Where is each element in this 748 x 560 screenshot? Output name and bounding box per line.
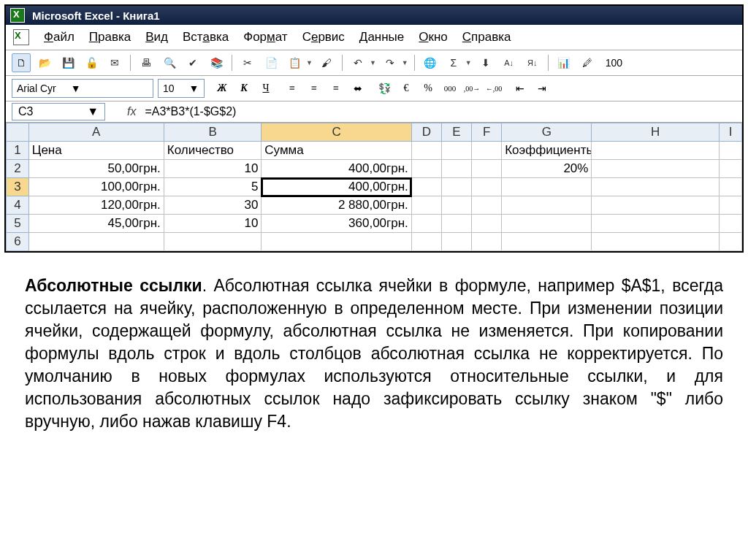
cell-D4[interactable] (411, 196, 441, 215)
undo-icon[interactable]: ↶ (348, 53, 367, 72)
cell-B4[interactable]: 30 (164, 196, 262, 215)
fx-icon[interactable]: fx (127, 105, 136, 118)
cell-B1[interactable]: Количество (164, 142, 262, 160)
sort-desc-icon[interactable]: Я↓ (523, 53, 542, 72)
cell-E2[interactable] (441, 160, 471, 178)
menu-data[interactable]: Данные (359, 30, 404, 45)
cell-C3-active[interactable]: 400,00грн. (262, 178, 412, 196)
menu-tools[interactable]: Сервис (302, 30, 345, 45)
open-icon[interactable]: 📂 (35, 53, 54, 72)
cell-C2[interactable]: 400,00грн. (262, 160, 412, 178)
cell-E4[interactable] (441, 196, 471, 215)
permission-icon[interactable]: 🔓 (82, 53, 101, 72)
euro-icon[interactable]: € (397, 80, 415, 96)
cell-I4[interactable] (720, 196, 742, 215)
row-header-6[interactable]: 6 (7, 233, 29, 251)
cell-E3[interactable] (441, 178, 471, 196)
col-header-F[interactable]: F (472, 123, 502, 142)
align-left-icon[interactable]: ≡ (283, 80, 301, 96)
cell-G4[interactable] (502, 196, 592, 215)
spreadsheet-grid[interactable]: A B C D E F G H I 1 Цена Количество Сумм… (6, 123, 742, 251)
cell-G3[interactable] (502, 178, 592, 196)
col-header-E[interactable]: E (441, 123, 471, 142)
cell-F3[interactable] (472, 178, 502, 196)
col-header-A[interactable]: A (28, 123, 164, 142)
cell-A4[interactable]: 120,00грн. (28, 196, 164, 215)
cell-I6[interactable] (720, 233, 742, 251)
namebox-dropdown-icon[interactable]: ▼ (87, 105, 99, 118)
paste-icon[interactable]: 📋 (285, 53, 304, 72)
cell-F1[interactable] (472, 142, 502, 160)
bold-button[interactable]: Ж (213, 80, 231, 96)
font-dropdown-icon[interactable]: ▼ (71, 83, 81, 94)
cell-I1[interactable] (720, 142, 742, 160)
hyperlink-icon[interactable]: 🌐 (421, 53, 440, 72)
cell-G2[interactable]: 20% (502, 160, 592, 178)
spellcheck-icon[interactable]: ✔ (183, 53, 202, 72)
font-name-combo[interactable]: Arial Cyr ▼ (12, 79, 153, 98)
col-header-D[interactable]: D (411, 123, 441, 142)
cell-C5[interactable]: 360,00грн. (262, 215, 412, 233)
cell-B6[interactable] (164, 233, 262, 251)
drawing-icon[interactable]: 🖉 (578, 53, 597, 72)
print-icon[interactable]: 🖶 (137, 53, 156, 72)
cell-G6[interactable] (502, 233, 592, 251)
cell-H3[interactable] (592, 178, 720, 196)
increase-decimal-icon[interactable]: ,00→ (463, 80, 481, 96)
col-header-G[interactable]: G (502, 123, 592, 142)
cell-F4[interactable] (472, 196, 502, 215)
cell-A1[interactable]: Цена (28, 142, 164, 160)
save-icon[interactable]: 💾 (58, 53, 77, 72)
thousands-icon[interactable]: 000 (441, 80, 459, 96)
autosum-dropdown-icon[interactable]: ▼ (465, 59, 472, 66)
menu-insert[interactable]: Вставка (183, 30, 229, 45)
cell-H1[interactable] (592, 142, 720, 160)
cell-F2[interactable] (472, 160, 502, 178)
chart-icon[interactable]: 📊 (554, 53, 573, 72)
align-center-icon[interactable]: ≡ (305, 80, 323, 96)
formula-input[interactable]: =A3*B3*(1-$G$2) (142, 104, 736, 120)
cell-D3[interactable] (411, 178, 441, 196)
cell-D6[interactable] (411, 233, 441, 251)
cell-I3[interactable] (720, 178, 742, 196)
cell-E6[interactable] (441, 233, 471, 251)
cell-H2[interactable] (592, 160, 720, 178)
cell-B5[interactable]: 10 (164, 215, 262, 233)
cut-icon[interactable]: ✂ (238, 53, 257, 72)
undo-dropdown-icon[interactable]: ▼ (370, 59, 376, 66)
autosum-icon[interactable]: Σ (444, 53, 463, 72)
col-header-C[interactable]: C (262, 123, 412, 142)
increase-indent-icon[interactable]: ⇥ (533, 80, 551, 96)
percent-icon[interactable]: % (419, 80, 437, 96)
italic-button[interactable]: К (235, 80, 253, 96)
research-icon[interactable]: 📚 (207, 53, 226, 72)
cell-B3[interactable]: 5 (164, 178, 262, 196)
row-header-1[interactable]: 1 (7, 142, 29, 160)
menu-file[interactable]: Файл (44, 30, 75, 45)
cell-E1[interactable] (441, 142, 471, 160)
cell-D2[interactable] (411, 160, 441, 178)
zoom-value[interactable]: 100 (606, 57, 622, 69)
underline-button[interactable]: Ч (257, 80, 275, 96)
align-right-icon[interactable]: ≡ (327, 80, 345, 96)
menu-help[interactable]: Справка (462, 30, 511, 45)
size-dropdown-icon[interactable]: ▼ (189, 83, 199, 94)
menu-window[interactable]: Окно (419, 30, 448, 45)
cell-A6[interactable] (28, 233, 164, 251)
cell-D5[interactable] (411, 215, 441, 233)
menu-view[interactable]: Вид (145, 30, 168, 45)
cell-I2[interactable] (720, 160, 742, 178)
menu-edit[interactable]: Правка (89, 30, 131, 45)
function-icon[interactable]: ⬇ (476, 53, 495, 72)
decrease-decimal-icon[interactable]: ←,00 (485, 80, 503, 96)
menu-format[interactable]: Формат (243, 30, 287, 45)
copy-icon[interactable]: 📄 (262, 53, 280, 72)
cell-A2[interactable]: 50,00грн. (28, 160, 164, 178)
preview-icon[interactable]: 🔍 (160, 53, 179, 72)
cell-C6[interactable] (262, 233, 412, 251)
row-header-4[interactable]: 4 (7, 196, 29, 215)
name-box[interactable]: C3 ▼ (12, 103, 105, 120)
format-painter-icon[interactable]: 🖌 (317, 53, 336, 72)
cell-F6[interactable] (472, 233, 502, 251)
row-header-2[interactable]: 2 (7, 160, 29, 178)
